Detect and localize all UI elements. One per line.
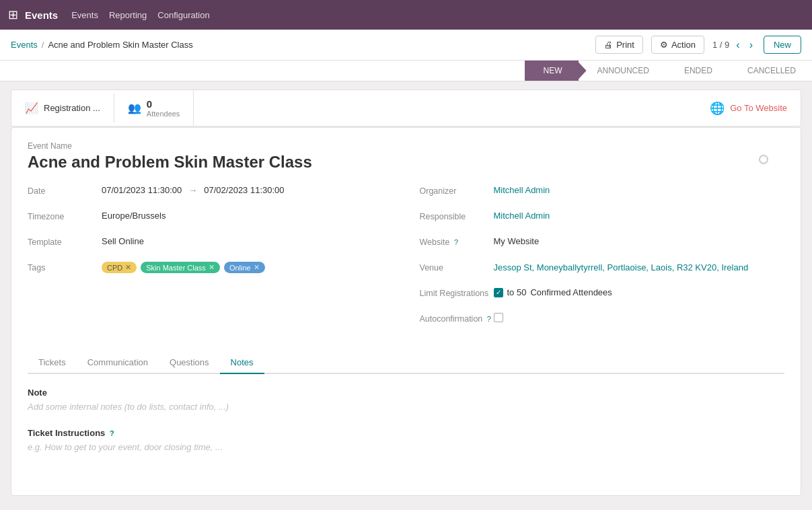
responsible-value[interactable]: Mitchell Admin	[494, 211, 550, 221]
tag-cpd[interactable]: CPD ✕	[102, 262, 137, 273]
sub-nav-actions: 🖨 Print ⚙ Action 1 / 9 ‹ › New	[595, 36, 801, 54]
note-placeholder-text[interactable]: Add some internal notes (to do lists, co…	[28, 402, 784, 412]
tag-skin-remove[interactable]: ✕	[209, 263, 215, 272]
website-label: Website ?	[420, 236, 494, 247]
organizer-label: Organizer	[420, 185, 494, 196]
tag-cpd-label: CPD	[107, 264, 122, 272]
autoconfirmation-row: Autoconfirmation ?	[420, 313, 785, 332]
nav-configuration[interactable]: Configuration	[157, 7, 209, 23]
print-button[interactable]: 🖨 Print	[595, 36, 643, 54]
event-name-label: Event Name	[28, 141, 784, 151]
autoconfirmation-checkbox[interactable]	[494, 313, 503, 322]
form-card: Event Name Acne and Problem Skin Master …	[11, 127, 801, 496]
limit-reg-confirmed: Confirmed Attendees	[530, 287, 612, 297]
tab-content-notes: Note Add some internal notes (to do list…	[28, 374, 784, 482]
app-grid-icon[interactable]: ⊞	[8, 7, 18, 22]
tags-row: Tags CPD ✕ Skin Master Class ✕ O	[28, 262, 393, 281]
app-name[interactable]: Events	[25, 9, 58, 21]
tab-tickets[interactable]: Tickets	[28, 352, 77, 374]
organizer-value[interactable]: Mitchell Admin	[494, 185, 550, 195]
attendees-button[interactable]: 👥 0 Attendees	[114, 90, 194, 126]
main-content: 📈 Registration ... 👥 0 Attendees 🌐 Go To…	[0, 81, 812, 504]
limit-reg-value: ✓ to 50 Confirmed Attendees	[494, 287, 612, 297]
tag-skin-label: Skin Master Class	[146, 264, 206, 272]
new-button[interactable]: New	[764, 36, 801, 54]
nav-reporting[interactable]: Reporting	[109, 7, 147, 23]
limit-reg-checkbox[interactable]: ✓	[494, 288, 503, 297]
timezone-value[interactable]: Europe/Brussels	[102, 211, 165, 221]
status-step-new[interactable]: NEW	[525, 61, 579, 81]
website-value[interactable]: My Website	[494, 236, 540, 246]
tag-skin-master-class[interactable]: Skin Master Class ✕	[141, 262, 220, 273]
next-page-button[interactable]: ›	[747, 38, 755, 52]
status-step-new-label: NEW	[544, 66, 562, 75]
ticket-instructions-help-icon[interactable]: ?	[110, 429, 114, 437]
breadcrumb: Events / Acne and Problem Skin Master Cl…	[11, 40, 193, 50]
form-right: Organizer Mitchell Admin Responsible Mit…	[420, 185, 785, 338]
status-step-ended[interactable]: ENDED	[665, 61, 729, 81]
template-value[interactable]: Sell Online	[102, 236, 144, 246]
limit-reg-label: Limit Registrations	[420, 287, 494, 298]
status-bar: NEW ANNOUNCED ENDED CANCELLED	[0, 61, 812, 81]
note-section-title: Note	[28, 388, 784, 398]
venue-label: Venue	[420, 262, 494, 272]
attendees-label: Attendees	[147, 110, 180, 118]
status-step-cancelled[interactable]: CANCELLED	[729, 61, 812, 81]
tab-notes[interactable]: Notes	[220, 352, 264, 374]
action-button[interactable]: ⚙ Action	[651, 36, 704, 54]
website-row: Website ? My Website	[420, 236, 785, 255]
arrow-icon: →	[188, 185, 197, 195]
date-value[interactable]: 07/01/2023 11:30:00 → 07/02/2023 11:30:0…	[102, 185, 285, 195]
print-icon: 🖨	[604, 40, 613, 50]
status-dot	[759, 155, 768, 164]
autoconfirmation-label: Autoconfirmation ?	[420, 313, 494, 324]
venue-value[interactable]: Jessop St, Moneyballytyrrell, Portlaoise…	[494, 262, 749, 274]
ticket-instructions-placeholder[interactable]: e.g. How to get to your event, door clos…	[28, 442, 784, 452]
responsible-label: Responsible	[420, 211, 494, 221]
status-step-announced[interactable]: ANNOUNCED	[579, 61, 665, 81]
ticket-instructions-section: Ticket Instructions ? e.g. How to get to…	[28, 428, 784, 452]
tag-online[interactable]: Online ✕	[224, 262, 265, 273]
form-wrapper: Event Name Acne and Problem Skin Master …	[28, 141, 784, 482]
tag-online-remove[interactable]: ✕	[254, 263, 260, 272]
status-step-cancelled-label: CANCELLED	[747, 66, 796, 75]
responsible-row: Responsible Mitchell Admin	[420, 211, 785, 229]
timezone-label: Timezone	[28, 211, 102, 221]
tag-cpd-remove[interactable]: ✕	[125, 263, 131, 272]
prev-page-button[interactable]: ‹	[733, 38, 742, 52]
tab-communication[interactable]: Communication	[77, 352, 159, 374]
limit-reg-row: Limit Registrations ✓ to 50 Confirmed At…	[420, 287, 785, 306]
go-website-label: Go To Website	[730, 103, 787, 113]
template-row: Template Sell Online	[28, 236, 393, 255]
tabs-bar: Tickets Communication Questions Notes	[28, 352, 784, 374]
top-nav: ⊞ Events Events Reporting Configuration	[0, 0, 812, 30]
registration-label: Registration ...	[44, 103, 100, 113]
autoconfirmation-value	[494, 313, 503, 322]
people-icon: 👥	[128, 102, 141, 114]
status-step-ended-label: ENDED	[684, 66, 712, 75]
breadcrumb-parent[interactable]: Events	[11, 40, 38, 50]
tag-online-label: Online	[229, 264, 251, 272]
attendees-count: 0	[147, 98, 152, 110]
print-label: Print	[616, 40, 634, 50]
go-website-button[interactable]: 🌐 Go To Website	[696, 93, 801, 124]
form-grid: Date 07/01/2023 11:30:00 → 07/02/2023 11…	[28, 185, 784, 338]
template-label: Template	[28, 236, 102, 247]
date-label: Date	[28, 185, 102, 196]
autoconfirmation-help-icon[interactable]: ?	[487, 315, 491, 323]
organizer-row: Organizer Mitchell Admin	[420, 185, 785, 204]
nav-events[interactable]: Events	[71, 7, 98, 23]
pagination: 1 / 9 ‹ ›	[712, 38, 755, 52]
website-help-icon[interactable]: ?	[454, 238, 458, 246]
gear-icon: ⚙	[660, 40, 668, 50]
note-section: Note Add some internal notes (to do list…	[28, 388, 784, 412]
limit-reg-to[interactable]: to 50	[507, 287, 527, 297]
registration-button[interactable]: 📈 Registration ...	[11, 94, 114, 122]
date-row: Date 07/01/2023 11:30:00 → 07/02/2023 11…	[28, 185, 393, 204]
tab-questions[interactable]: Questions	[159, 352, 220, 374]
tags-value: CPD ✕ Skin Master Class ✕ Online ✕	[102, 262, 265, 273]
event-title[interactable]: Acne and Problem Skin Master Class	[28, 153, 784, 172]
sub-nav: Events / Acne and Problem Skin Master Cl…	[0, 30, 812, 61]
form-left: Date 07/01/2023 11:30:00 → 07/02/2023 11…	[28, 185, 393, 338]
form-actions-bar: 📈 Registration ... 👥 0 Attendees 🌐 Go To…	[11, 89, 801, 126]
